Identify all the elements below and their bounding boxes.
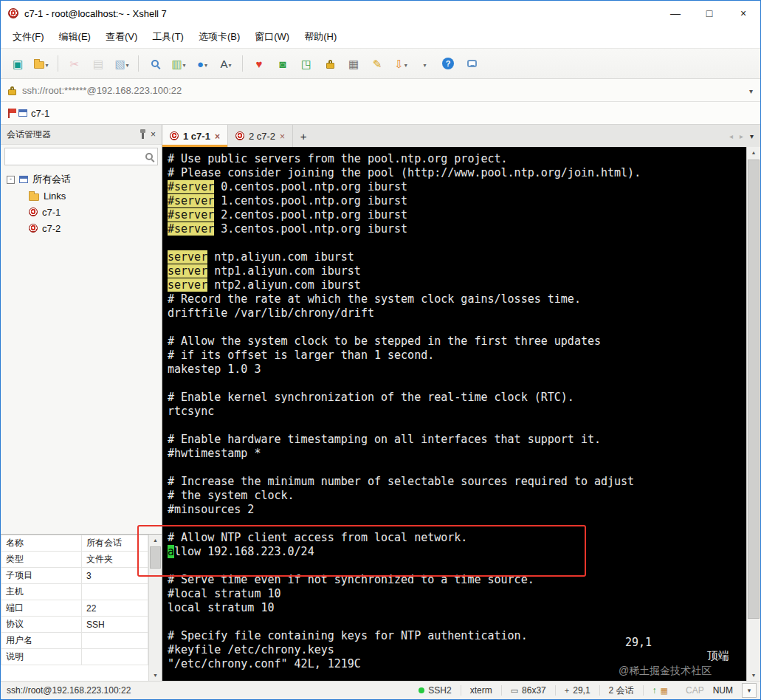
dropdown-caret-icon xyxy=(423,57,426,70)
protocol-label: SSH2 xyxy=(428,685,451,696)
toolbar-separator xyxy=(242,55,243,72)
tab-list-dropdown-icon[interactable]: ▾ xyxy=(750,132,754,140)
scroll-up-icon[interactable] xyxy=(149,535,162,546)
favorites-heart-icon[interactable]: ♥ xyxy=(248,54,270,73)
panel-close-icon[interactable]: × xyxy=(151,129,156,140)
pin-icon[interactable] xyxy=(142,133,144,139)
scrollbar-thumb[interactable] xyxy=(150,546,161,569)
tab-scroll-left-icon[interactable]: ◂ xyxy=(729,132,733,140)
property-value xyxy=(82,649,148,665)
terminal-scroll-down-icon[interactable] xyxy=(747,670,760,681)
search-icon[interactable] xyxy=(145,153,153,160)
toolbar: ▣✂▤▧▥●A♥◙◳▦✎⇩? xyxy=(1,48,760,79)
new-session-icon[interactable]: ▣ xyxy=(7,54,29,73)
tree-collapse-icon[interactable] xyxy=(7,176,15,184)
terminal-scroll-up-icon[interactable] xyxy=(747,147,760,158)
terminal-size-icon: ▭ xyxy=(511,687,518,695)
vim-ruler: 29,1 xyxy=(625,636,652,649)
all-sessions-icon xyxy=(19,176,28,183)
watermark: @稀土掘金技术社区 xyxy=(619,665,712,678)
menu-item-w[interactable]: 窗口(W) xyxy=(247,27,297,47)
property-value: 所有会话 xyxy=(82,535,148,552)
new-tab-button[interactable]: + xyxy=(293,125,314,147)
menu-item-h[interactable]: 帮助(H) xyxy=(297,27,344,47)
terminal-line xyxy=(168,517,746,531)
property-value xyxy=(82,584,148,600)
property-row: 主机 xyxy=(1,584,148,600)
terminal-cursor: a xyxy=(168,545,174,558)
tree-root-all-sessions[interactable]: 所有会话 xyxy=(1,171,162,188)
session-tab-1-c7-1[interactable]: 1 c7-1 xyxy=(162,125,228,147)
tab-close-icon[interactable] xyxy=(215,131,220,142)
menu-item-t[interactable]: 工具(T) xyxy=(145,27,191,47)
keyboard-icon[interactable]: ▦ xyxy=(342,54,365,73)
dropdown-caret-icon xyxy=(183,57,186,70)
duplicate-session-icon[interactable]: ✂ xyxy=(63,54,86,73)
activity-indicator-icon: ▦ xyxy=(661,686,668,696)
close-button[interactable]: × xyxy=(726,1,760,26)
minimize-button[interactable]: — xyxy=(658,1,692,26)
property-row: 名称所有会话 xyxy=(1,535,148,552)
status-cluster: SSH2 xterm ▭ 86x37 + 29,1 2 会话 ↑ ▦ CAP N… xyxy=(410,682,760,699)
find-icon[interactable] xyxy=(144,54,166,73)
address-url[interactable]: ssh://root:******@192.168.223.100:22 xyxy=(22,85,749,96)
dropdown-caret-icon xyxy=(404,57,407,70)
terminal-line: server ntp2.aliyun.com iburst xyxy=(168,278,746,292)
status-address: ssh://root@192.168.223.100:22 xyxy=(1,685,131,696)
help-icon[interactable]: ? xyxy=(437,54,459,73)
tab-close-icon[interactable] xyxy=(280,131,285,142)
main-area: 会话管理器 × 所有会话 Linksc7-1c7-2 名称所有会话类型文件夹子项… xyxy=(1,125,760,681)
properties-icon[interactable]: ▧ xyxy=(111,54,133,73)
tree-item-c7-1[interactable]: c7-1 xyxy=(1,204,162,220)
encoding-globe-icon[interactable]: ● xyxy=(191,54,213,73)
feedback-icon[interactable] xyxy=(461,54,483,73)
tree-item-c7-2[interactable]: c7-2 xyxy=(1,220,162,236)
maximize-button[interactable]: □ xyxy=(692,1,726,26)
tab-label: 2 c7-2 xyxy=(249,131,275,142)
session-tab-2-c7-2[interactable]: 2 c7-2 xyxy=(228,125,293,147)
lock-icon[interactable] xyxy=(319,54,341,73)
transfer-download-icon[interactable]: ⇩ xyxy=(390,54,412,73)
menu-item-e[interactable]: 编辑(E) xyxy=(52,27,98,47)
property-label: 用户名 xyxy=(1,633,82,649)
terminal-line: rtcsync xyxy=(168,405,746,419)
window-title: c7-1 - root@localhost:~ - Xshell 7 xyxy=(24,8,167,19)
log-icon[interactable]: ◙ xyxy=(272,54,294,73)
windows-icon[interactable] xyxy=(413,54,435,73)
session-search-input[interactable] xyxy=(10,151,145,162)
tree-item-links[interactable]: Links xyxy=(1,188,162,204)
quick-command-icon[interactable]: ▥ xyxy=(168,54,190,73)
terminal-line: #server 0.centos.pool.ntp.org iburst xyxy=(168,180,746,194)
property-row: 端口22 xyxy=(1,600,148,617)
property-row: 子项目3 xyxy=(1,568,148,584)
toolbar-separator xyxy=(58,55,58,72)
link-item-c7-1[interactable]: c7-1 xyxy=(18,108,49,119)
bookmark-flag-icon[interactable] xyxy=(8,109,10,118)
fullscreen-icon[interactable]: ◳ xyxy=(295,54,317,73)
terminal-content[interactable]: # Use public servers from the pool.ntp.o… xyxy=(162,147,746,681)
address-dropdown-icon[interactable] xyxy=(749,83,753,97)
address-bar[interactable]: ssh://root:******@192.168.223.100:22 xyxy=(1,79,760,102)
properties-scrollbar[interactable] xyxy=(148,535,162,681)
terminal-line xyxy=(168,461,746,475)
font-icon[interactable]: A xyxy=(215,54,237,73)
terminal-line: server ntp.aliyun.com iburst xyxy=(168,250,746,264)
paste-icon[interactable]: ▤ xyxy=(87,54,109,73)
terminal-scrollbar[interactable] xyxy=(746,147,760,681)
terminal-line: #server 3.centos.pool.ntp.org iburst xyxy=(168,222,746,236)
terminal-scrollbar-thumb[interactable] xyxy=(748,159,760,619)
menu-item-b[interactable]: 选项卡(B) xyxy=(191,27,247,47)
tab-scroll-right-icon[interactable]: ▸ xyxy=(740,132,743,140)
scroll-down-icon[interactable] xyxy=(149,670,162,681)
tab-label: 1 c7-1 xyxy=(183,131,210,142)
menu-item-v[interactable]: 查看(V) xyxy=(98,27,145,47)
scroll-to-bottom-button[interactable]: ▾ xyxy=(742,683,757,698)
status-session-count[interactable]: 2 会话 xyxy=(600,682,643,699)
highlighter-icon[interactable]: ✎ xyxy=(366,54,388,73)
session-icon xyxy=(29,207,38,216)
menu-item-f[interactable]: 文件(F) xyxy=(5,27,52,47)
open-folder-icon[interactable] xyxy=(30,54,52,73)
properties-table-body: 名称所有会话类型文件夹子项目3主机端口22协议SSH用户名说明 xyxy=(1,535,148,665)
num-lock-indicator: NUM xyxy=(713,682,742,699)
find-icon xyxy=(151,60,159,67)
